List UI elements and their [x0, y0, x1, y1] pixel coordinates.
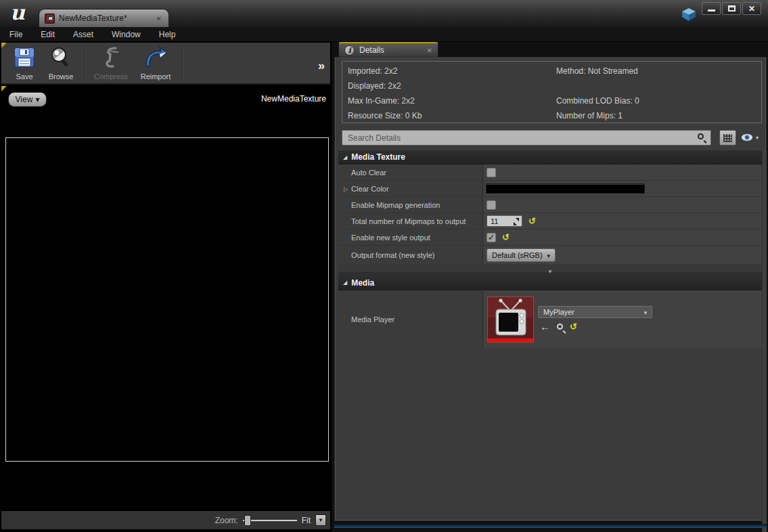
media-player-thumbnail[interactable] [487, 296, 534, 342]
browse-icon [49, 46, 73, 72]
eye-icon [741, 132, 753, 144]
reset-to-default-icon[interactable]: ↺ [502, 233, 510, 242]
prop-label-cell: Output format (new style) [338, 246, 482, 264]
category-expanded-icon: ◢ [343, 280, 347, 286]
asset-tab[interactable]: NewMediaTexture* ✕ [39, 9, 169, 27]
details-pane: i Details ✕ Imported: 2x2 Displayed: 2x2… [332, 42, 768, 532]
details-scrollbar[interactable] [762, 150, 767, 532]
menu-asset[interactable]: Asset [73, 30, 93, 39]
stat-displayed: Displayed: 2x2 [348, 81, 401, 91]
category-title: Media Texture [351, 152, 405, 162]
details-tab[interactable]: i Details ✕ [338, 42, 438, 57]
reimport-icon [143, 46, 168, 72]
search-row: ▾ [342, 130, 762, 146]
visibility-filter-button[interactable]: ▾ [741, 131, 764, 144]
fit-dropdown-button[interactable]: ▼ [315, 514, 326, 526]
active-panel-corner-accent [1, 43, 7, 48]
window-bottom-edge [334, 524, 767, 528]
chevron-down-icon: ▼ [547, 269, 553, 275]
zoom-slider[interactable] [243, 514, 297, 527]
prop-label-cell: ▷ Clear Color [338, 181, 482, 196]
output-format-value: Default (sRGB) [492, 251, 543, 259]
stat-resource-size: Resource Size: 0 Kb [348, 111, 422, 120]
stat-max-in-game: Max In-Game: 2x2 [348, 96, 415, 106]
compress-label: Compress [94, 72, 128, 81]
menu-bar: File Edit Asset Window Help [0, 27, 768, 42]
enable-mipmap-checkbox[interactable] [487, 200, 496, 210]
total-mipmaps-value: 11 [491, 217, 498, 225]
row-auto-clear: Auto Clear [338, 164, 762, 181]
prop-label-cell: Enable Mipmap generation [338, 197, 482, 213]
toolbar-separator [182, 47, 183, 81]
prop-value-cell [482, 197, 762, 213]
media-player-value: MyPlayer [543, 308, 574, 316]
row-clear-color: ▷ Clear Color [338, 181, 762, 197]
prop-label: Clear Color [351, 185, 389, 193]
texture-preview-canvas[interactable] [5, 137, 329, 462]
details-tab-label: Details [359, 45, 422, 55]
value-drag-spinner-icon[interactable] [513, 218, 520, 227]
asset-tab-close-icon[interactable]: ✕ [155, 15, 163, 22]
zoom-slider-handle[interactable] [244, 515, 251, 526]
toolbar: Save Browse Compres [1, 43, 330, 85]
viewport-bottom-bar: Zoom: Fit ▼ [1, 511, 330, 529]
menu-window[interactable]: Window [112, 30, 141, 39]
use-selected-asset-icon[interactable]: ← [540, 322, 550, 332]
view-button-label: View [16, 95, 33, 104]
toolbar-overflow-icon[interactable]: » [318, 59, 325, 73]
view-dropdown-button[interactable]: View ▾ [8, 92, 47, 107]
row-enable-new-style: Enable new style output ✓ ↺ [338, 229, 762, 246]
prop-label: Media Player [351, 315, 394, 324]
chevron-down-icon: ▾ [35, 95, 39, 104]
save-button[interactable]: Save [8, 45, 41, 83]
texture-stats-box: Imported: 2x2 Displayed: 2x2 Max In-Game… [342, 61, 762, 123]
reimport-button[interactable]: Reimport [135, 45, 177, 83]
row-media-player: Media Player [338, 290, 762, 349]
prop-value-cell: 11 ↺ [482, 213, 762, 229]
search-input[interactable] [342, 130, 711, 146]
prop-label: Output format (new style) [351, 251, 435, 259]
clear-color-swatch[interactable] [487, 184, 644, 193]
stat-combined-lod-bias: Combined LOD Bias: 0 [556, 96, 639, 106]
enable-new-style-checkbox[interactable]: ✓ [487, 233, 496, 242]
search-icon [698, 133, 704, 139]
maximize-icon [728, 5, 736, 12]
browse-button[interactable]: Browse [42, 45, 80, 83]
cube-icon [681, 7, 697, 24]
advanced-expander[interactable]: ▼ [338, 264, 762, 273]
browse-to-asset-icon[interactable] [557, 324, 563, 330]
menu-file[interactable]: File [9, 30, 22, 39]
maximize-button[interactable] [722, 2, 741, 15]
prop-label: Total number of Mipmaps to output [351, 217, 466, 225]
category-media[interactable]: ◢ Media [338, 275, 762, 290]
prop-value-cell: ✓ ↺ [482, 229, 762, 245]
chevron-down-icon: ▼ [546, 253, 551, 259]
menu-edit[interactable]: Edit [41, 30, 55, 39]
media-player-dropdown[interactable]: MyPlayer ▼ [538, 306, 652, 318]
close-button[interactable]: ✕ [742, 2, 761, 15]
minimize-button[interactable] [702, 2, 721, 15]
title-bar: u NewMediaTexture* ✕ ✕ [0, 0, 768, 27]
total-mipmaps-input[interactable]: 11 [487, 215, 522, 227]
row-enable-mipmap: Enable Mipmap generation [338, 197, 762, 213]
property-grid: ◢ Media Texture Auto Clear ▷ Clear Color [338, 150, 762, 349]
save-icon [13, 46, 36, 72]
auto-clear-checkbox[interactable] [487, 168, 496, 177]
grid-view-button[interactable] [719, 130, 736, 146]
zoom-slider-track [243, 520, 297, 521]
details-tab-close-icon[interactable]: ✕ [427, 47, 432, 54]
prop-label-cell: Auto Clear [338, 164, 482, 180]
category-media-texture[interactable]: ◢ Media Texture [338, 150, 762, 164]
prop-label-cell: Media Player [338, 290, 482, 349]
expand-row-icon[interactable]: ▷ [344, 186, 348, 192]
unreal-logo-icon: u [5, 0, 30, 26]
reset-to-default-icon[interactable]: ↺ [528, 217, 536, 225]
output-format-dropdown[interactable]: Default (sRGB) ▼ [487, 248, 556, 262]
browse-label: Browse [49, 72, 74, 81]
prop-label-cell: Total number of Mipmaps to output [338, 213, 482, 229]
menu-help[interactable]: Help [159, 30, 176, 39]
prop-label: Auto Clear [351, 169, 386, 177]
reset-to-default-icon[interactable]: ↺ [570, 322, 577, 331]
asset-tab-label: NewMediaTexture* [59, 14, 151, 23]
stat-number-of-mips: Number of Mips: 1 [556, 111, 623, 120]
